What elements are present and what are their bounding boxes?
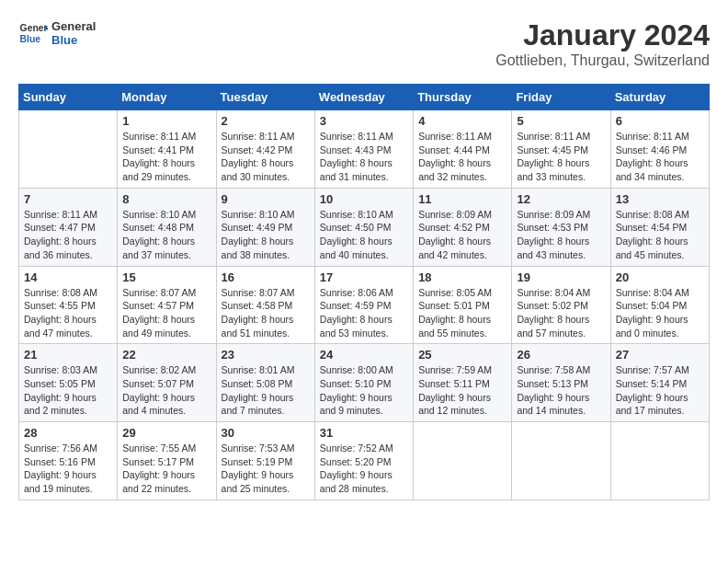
- day-info: Sunrise: 8:11 AMSunset: 4:46 PMDaylight:…: [616, 130, 704, 184]
- calendar-subtitle: Gottlieben, Thurgau, Switzerland: [495, 52, 710, 69]
- day-info: Sunrise: 8:09 AMSunset: 4:52 PMDaylight:…: [418, 208, 506, 262]
- day-cell: 20Sunrise: 8:04 AMSunset: 5:04 PMDayligh…: [610, 266, 709, 344]
- day-number: 16: [222, 270, 310, 284]
- day-info: Sunrise: 8:11 AMSunset: 4:45 PMDaylight:…: [517, 130, 605, 184]
- week-row-5: 28Sunrise: 7:56 AMSunset: 5:16 PMDayligh…: [19, 422, 710, 500]
- day-number: 3: [320, 114, 408, 128]
- week-row-2: 7Sunrise: 8:11 AMSunset: 4:47 PMDaylight…: [19, 188, 710, 266]
- week-row-3: 14Sunrise: 8:08 AMSunset: 4:55 PMDayligh…: [19, 266, 710, 344]
- day-cell: 12Sunrise: 8:09 AMSunset: 4:53 PMDayligh…: [512, 188, 610, 266]
- day-number: 23: [222, 348, 310, 362]
- header-cell-thursday: Thursday: [414, 85, 512, 110]
- day-number: 9: [222, 192, 310, 206]
- day-info: Sunrise: 8:05 AMSunset: 5:01 PMDaylight:…: [418, 286, 506, 340]
- day-cell: [414, 422, 512, 500]
- day-number: 2: [222, 114, 310, 128]
- day-number: 29: [122, 426, 210, 440]
- svg-text:General: General: [20, 23, 48, 33]
- day-cell: [512, 422, 610, 500]
- day-info: Sunrise: 8:10 AMSunset: 4:48 PMDaylight:…: [122, 208, 210, 262]
- day-cell: [610, 422, 709, 500]
- day-cell: 8Sunrise: 8:10 AMSunset: 4:48 PMDaylight…: [118, 188, 216, 266]
- day-info: Sunrise: 8:11 AMSunset: 4:44 PMDaylight:…: [418, 130, 506, 184]
- header-cell-friday: Friday: [512, 85, 610, 110]
- day-info: Sunrise: 7:59 AMSunset: 5:11 PMDaylight:…: [418, 363, 506, 418]
- day-number: 14: [24, 270, 112, 284]
- day-number: 17: [320, 270, 408, 284]
- day-number: 30: [222, 426, 310, 440]
- day-cell: 5Sunrise: 8:11 AMSunset: 4:45 PMDaylight…: [512, 110, 610, 189]
- day-info: Sunrise: 8:07 AMSunset: 4:58 PMDaylight:…: [222, 286, 310, 340]
- day-cell: 22Sunrise: 8:02 AMSunset: 5:07 PMDayligh…: [118, 344, 216, 422]
- day-number: 26: [517, 348, 605, 362]
- day-number: 8: [122, 192, 210, 206]
- calendar-title: January 2024: [495, 18, 710, 52]
- day-cell: 1Sunrise: 8:11 AMSunset: 4:41 PMDaylight…: [118, 110, 216, 189]
- day-cell: 19Sunrise: 8:04 AMSunset: 5:02 PMDayligh…: [512, 266, 610, 344]
- title-area: January 2024 Gottlieben, Thurgau, Switze…: [495, 18, 710, 69]
- day-info: Sunrise: 8:04 AMSunset: 5:02 PMDaylight:…: [517, 286, 605, 340]
- day-cell: [19, 110, 118, 189]
- day-cell: 17Sunrise: 8:06 AMSunset: 4:59 PMDayligh…: [314, 266, 413, 344]
- week-row-4: 21Sunrise: 8:03 AMSunset: 5:05 PMDayligh…: [19, 344, 710, 422]
- svg-text:Blue: Blue: [20, 34, 41, 44]
- header-row: SundayMondayTuesdayWednesdayThursdayFrid…: [19, 85, 710, 110]
- header-cell-tuesday: Tuesday: [216, 85, 314, 110]
- day-cell: 14Sunrise: 8:08 AMSunset: 4:55 PMDayligh…: [19, 266, 118, 344]
- day-cell: 24Sunrise: 8:00 AMSunset: 5:10 PMDayligh…: [314, 344, 413, 422]
- day-cell: 30Sunrise: 7:53 AMSunset: 5:19 PMDayligh…: [216, 422, 314, 500]
- week-row-1: 1Sunrise: 8:11 AMSunset: 4:41 PMDaylight…: [19, 110, 710, 189]
- day-number: 20: [616, 270, 704, 284]
- calendar-table: SundayMondayTuesdayWednesdayThursdayFrid…: [18, 84, 710, 500]
- logo-icon: General Blue: [18, 18, 48, 48]
- day-info: Sunrise: 8:09 AMSunset: 4:53 PMDaylight:…: [517, 208, 605, 262]
- day-cell: 25Sunrise: 7:59 AMSunset: 5:11 PMDayligh…: [414, 344, 512, 422]
- day-number: 4: [418, 114, 506, 128]
- day-cell: 11Sunrise: 8:09 AMSunset: 4:52 PMDayligh…: [414, 188, 512, 266]
- day-number: 25: [418, 348, 506, 362]
- day-cell: 6Sunrise: 8:11 AMSunset: 4:46 PMDaylight…: [610, 110, 709, 189]
- day-number: 11: [418, 192, 506, 206]
- day-info: Sunrise: 8:04 AMSunset: 5:04 PMDaylight:…: [616, 286, 704, 340]
- day-info: Sunrise: 8:10 AMSunset: 4:50 PMDaylight:…: [320, 208, 408, 262]
- day-info: Sunrise: 7:52 AMSunset: 5:20 PMDaylight:…: [320, 442, 408, 496]
- logo-line2: Blue: [51, 33, 96, 47]
- header-cell-sunday: Sunday: [19, 85, 118, 110]
- day-number: 18: [418, 270, 506, 284]
- day-number: 24: [320, 348, 408, 362]
- day-info: Sunrise: 8:00 AMSunset: 5:10 PMDaylight:…: [320, 363, 408, 418]
- day-number: 6: [616, 114, 704, 128]
- day-info: Sunrise: 7:57 AMSunset: 5:14 PMDaylight:…: [616, 363, 704, 418]
- day-number: 27: [616, 348, 704, 362]
- day-info: Sunrise: 8:11 AMSunset: 4:47 PMDaylight:…: [24, 208, 112, 262]
- day-info: Sunrise: 8:02 AMSunset: 5:07 PMDaylight:…: [122, 363, 210, 418]
- day-cell: 16Sunrise: 8:07 AMSunset: 4:58 PMDayligh…: [216, 266, 314, 344]
- day-cell: 4Sunrise: 8:11 AMSunset: 4:44 PMDaylight…: [414, 110, 512, 189]
- logo-line1: General: [51, 19, 96, 33]
- day-cell: 10Sunrise: 8:10 AMSunset: 4:50 PMDayligh…: [314, 188, 413, 266]
- day-number: 7: [24, 192, 112, 206]
- day-number: 15: [122, 270, 210, 284]
- day-cell: 21Sunrise: 8:03 AMSunset: 5:05 PMDayligh…: [19, 344, 118, 422]
- day-number: 10: [320, 192, 408, 206]
- day-cell: 27Sunrise: 7:57 AMSunset: 5:14 PMDayligh…: [610, 344, 709, 422]
- day-info: Sunrise: 8:10 AMSunset: 4:49 PMDaylight:…: [222, 208, 310, 262]
- day-info: Sunrise: 8:03 AMSunset: 5:05 PMDaylight:…: [24, 363, 112, 418]
- day-info: Sunrise: 8:08 AMSunset: 4:54 PMDaylight:…: [616, 208, 704, 262]
- logo: General Blue General Blue: [18, 18, 96, 48]
- day-info: Sunrise: 7:56 AMSunset: 5:16 PMDaylight:…: [24, 442, 112, 496]
- day-info: Sunrise: 8:01 AMSunset: 5:08 PMDaylight:…: [222, 363, 310, 418]
- day-cell: 3Sunrise: 8:11 AMSunset: 4:43 PMDaylight…: [314, 110, 413, 189]
- day-number: 31: [320, 426, 408, 440]
- header-cell-monday: Monday: [118, 85, 216, 110]
- day-info: Sunrise: 8:07 AMSunset: 4:57 PMDaylight:…: [122, 286, 210, 340]
- day-cell: 2Sunrise: 8:11 AMSunset: 4:42 PMDaylight…: [216, 110, 314, 189]
- day-number: 12: [517, 192, 605, 206]
- day-info: Sunrise: 8:11 AMSunset: 4:42 PMDaylight:…: [222, 130, 310, 184]
- day-cell: 13Sunrise: 8:08 AMSunset: 4:54 PMDayligh…: [610, 188, 709, 266]
- day-number: 19: [517, 270, 605, 284]
- day-info: Sunrise: 7:53 AMSunset: 5:19 PMDaylight:…: [222, 442, 310, 496]
- day-info: Sunrise: 8:06 AMSunset: 4:59 PMDaylight:…: [320, 286, 408, 340]
- day-cell: 18Sunrise: 8:05 AMSunset: 5:01 PMDayligh…: [414, 266, 512, 344]
- day-cell: 28Sunrise: 7:56 AMSunset: 5:16 PMDayligh…: [19, 422, 118, 500]
